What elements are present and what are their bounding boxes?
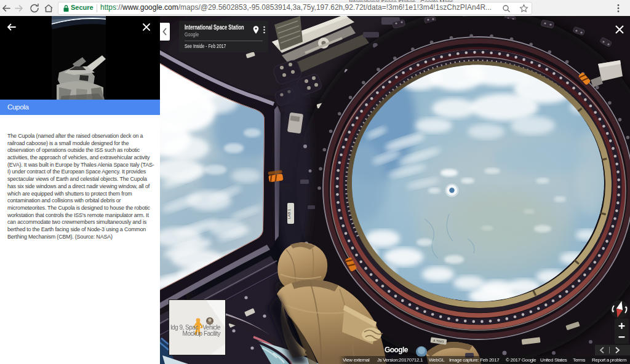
svg-text:LAB 1: LAB 1 (287, 208, 291, 219)
